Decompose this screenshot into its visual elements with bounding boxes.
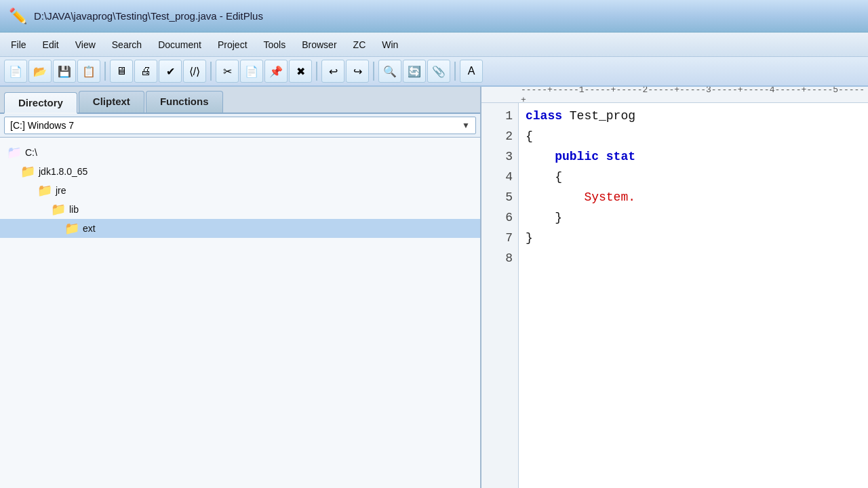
folder-icon: 📁 [37,183,52,198]
ext-folder[interactable]: 📁ext [0,219,480,238]
code-token: { [526,127,533,146]
main-content: DirectoryCliptextFunctions [C:] Windows … [0,87,868,488]
toolbar-separator [210,62,212,81]
line-numbers: 12345678 [481,103,519,488]
code-line-1[interactable]: class Test_prog [526,106,861,126]
code-token: { [526,167,562,187]
line-number-4: 4 [505,167,513,187]
toolbar: 📄📂💾📋🖥🖨✔⟨/⟩✂📄📌✖↩↪🔍🔄📎A [0,57,868,87]
menu-item-document[interactable]: Document [150,37,210,53]
menu-item-edit[interactable]: Edit [35,37,67,53]
tab-bar: DirectoryCliptextFunctions [0,87,480,114]
toolbar-separator [104,62,106,81]
copy-button[interactable]: 📄 [240,60,263,83]
c-root[interactable]: 📁C:\ [0,143,480,162]
drive-label: [C:] Windows 7 [10,120,74,131]
code-token: public stat [526,147,635,167]
code-token: } [526,208,562,228]
c-root-label: C:\ [25,147,37,158]
code-area[interactable]: 12345678 class Test_prog{ public stat { … [481,103,868,488]
toolbar-separator [454,62,456,81]
jre-folder-label: jre [56,185,66,196]
drive-dropdown[interactable]: [C:] Windows 7 ▼ [0,114,480,138]
line-number-3: 3 [505,146,513,167]
menu-item-search[interactable]: Search [104,37,150,53]
delete-button[interactable]: ✖ [289,60,312,83]
save-all-button[interactable]: 📋 [77,60,100,83]
code-token: class [526,106,570,126]
code-line-5[interactable]: System. [526,187,861,207]
line-number-2: 2 [505,126,513,146]
line-number-7: 7 [505,228,513,248]
cliptext-tab[interactable]: Cliptext [79,91,144,113]
code-token: Test_prog [570,106,635,126]
line-number-8: 8 [505,248,513,268]
code-line-3[interactable]: public stat [526,146,861,167]
dropdown-arrow-icon: ▼ [462,121,470,130]
title-text: D:\JAVA\javaprog\Testing\Test_prog.java … [34,10,263,22]
font-button[interactable]: A [460,60,483,83]
save-button[interactable]: 💾 [53,60,76,83]
folder-icon: 📁 [64,221,79,236]
app-icon: ✏️ [7,5,28,27]
html-tag-button[interactable]: ⟨/⟩ [183,60,206,83]
functions-tab[interactable]: Functions [146,91,223,113]
menu-item-browser[interactable]: Browser [294,37,344,53]
code-line-2[interactable]: { [526,126,861,146]
code-token: } [526,228,533,248]
page-setup-button[interactable]: 🖥 [110,60,133,83]
menu-item-zc[interactable]: ZC [345,37,374,53]
line-number-5: 5 [505,187,513,207]
menu-item-view[interactable]: View [67,37,104,53]
find-button[interactable]: 🔍 [378,60,401,83]
lib-folder-label: lib [69,204,79,215]
clip-button[interactable]: 📎 [427,60,450,83]
drive-select[interactable]: [C:] Windows 7 ▼ [4,117,476,134]
redo-button[interactable]: ↪ [346,60,369,83]
folder-icon: 📁 [51,202,66,217]
left-panel: DirectoryCliptextFunctions [C:] Windows … [0,87,481,488]
menu-bar: FileEditViewSearchDocumentProjectToolsBr… [0,33,868,57]
title-bar: ✏️ D:\JAVA\javaprog\Testing\Test_prog.ja… [0,0,868,33]
spell-check-button[interactable]: ✔ [159,60,182,83]
new-file-button[interactable]: 📄 [4,60,27,83]
code-line-7[interactable]: } [526,228,861,248]
right-panel: -----+-----1-----+-----2-----+-----3----… [481,87,868,488]
code-line-8[interactable] [526,248,861,268]
menu-item-file[interactable]: File [3,37,35,53]
jre-folder[interactable]: 📁jre [0,181,480,200]
code-token: System. [526,188,635,207]
ruler: -----+-----1-----+-----2-----+-----3----… [481,87,868,103]
replace-button[interactable]: 🔄 [403,60,426,83]
code-content[interactable]: class Test_prog{ public stat { System. }… [519,103,868,488]
menu-item-tools[interactable]: Tools [256,37,294,53]
directory-tab[interactable]: Directory [4,92,77,114]
ext-folder-label: ext [83,223,96,234]
open-button[interactable]: 📂 [28,60,52,83]
line-number-6: 6 [505,207,513,228]
toolbar-separator [373,62,374,81]
code-line-4[interactable]: { [526,167,861,187]
folder-icon: 📁 [20,164,35,179]
file-tree: 📁C:\📁jdk1.8.0_65📁jre📁lib📁ext [0,138,480,488]
lib-folder[interactable]: 📁lib [0,200,480,219]
menu-item-project[interactable]: Project [210,37,256,53]
print-button[interactable]: 🖨 [134,60,157,83]
folder-icon: 📁 [7,145,22,160]
menu-item-win[interactable]: Win [374,37,406,53]
toolbar-separator [316,62,317,81]
cut-button[interactable]: ✂ [216,60,239,83]
jdk-folder[interactable]: 📁jdk1.8.0_65 [0,162,480,181]
code-line-6[interactable]: } [526,207,861,228]
paste-button[interactable]: 📌 [264,60,288,83]
jdk-folder-label: jdk1.8.0_65 [39,166,87,177]
undo-button[interactable]: ↩ [321,60,344,83]
line-number-1: 1 [505,106,513,126]
